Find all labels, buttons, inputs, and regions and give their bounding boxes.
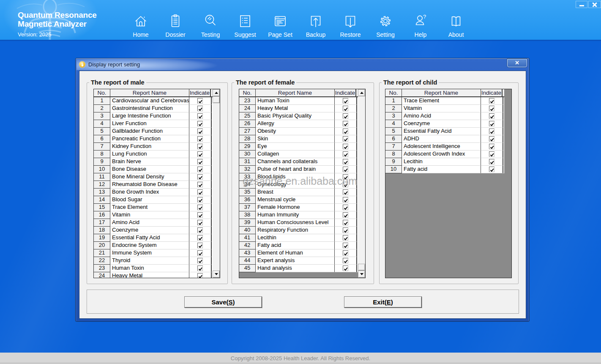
svg-text:?: ? [423, 14, 426, 20]
